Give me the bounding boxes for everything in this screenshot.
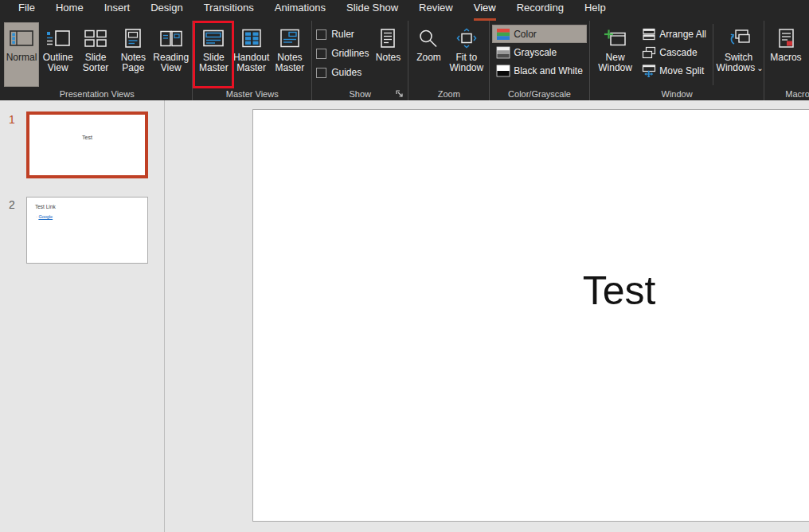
notes-page-button[interactable]: Notes Page [115,22,152,87]
move-split-button[interactable]: Move Split [638,61,710,80]
handout-master-button[interactable]: Handout Master [232,22,270,87]
outline-view-icon [45,26,71,50]
tab-review[interactable]: Review [408,0,463,21]
normal-view-icon [9,26,34,50]
group-label-window: Window [662,89,693,99]
new-window-button[interactable]: New Window [592,22,638,87]
macros-icon [773,26,799,50]
slide-1-thumbnail[interactable]: Test [26,111,148,178]
slide-2-thumbnail-title: Test Link [35,204,56,209]
zoom-button[interactable]: Zoom [411,22,446,87]
notes-button[interactable]: Notes [370,22,405,87]
gridlines-checkbox[interactable]: Gridlines [315,44,370,63]
grayscale-button[interactable]: Grayscale [492,43,587,61]
chevron-down-icon: ⌄ [756,64,763,72]
slide-title-text[interactable]: Test [253,268,809,314]
reading-view-button[interactable]: Reading View [152,22,190,87]
slide-2-hyperlink: Google [38,214,53,219]
group-label-presentation-views: Presentation Views [60,89,135,99]
grayscale-icon [496,46,510,59]
slide-thumbnail-panel: 1 Test 2 Test Link · Google [0,100,165,532]
tab-view[interactable]: View [463,0,506,21]
new-window-icon [603,26,628,50]
slide-2-thumbnail[interactable]: Test Link · Google [26,197,148,264]
color-button[interactable]: Color [492,25,587,43]
group-macros: Macros Macros [764,21,809,100]
tab-animations[interactable]: Animations [264,0,336,21]
thumbnail-row-1: 1 Test [0,111,164,178]
color-icon [496,28,510,41]
slide-editor-canvas: Test [165,100,809,532]
group-master-views: Slide Master Handout Master Notes Master [193,21,312,100]
slide-1-thumbnail-title: Test [29,135,145,140]
handout-master-icon [239,26,264,50]
switch-windows-button[interactable]: Switch Windows⌄ [716,22,761,87]
move-split-icon [642,65,656,77]
group-color-grayscale: Color Grayscale Black and White [490,21,590,100]
group-zoom: Zoom Fit to Window Zoom [408,21,490,100]
notes-master-icon [277,26,303,50]
cascade-button[interactable]: Cascade [638,43,710,61]
tab-help[interactable]: Help [574,0,616,21]
slide-master-button[interactable]: Slide Master [195,22,232,76]
switch-windows-icon [726,26,752,50]
workspace: 1 Test 2 Test Link · Google Test [0,100,809,532]
ruler-checkbox-box [316,29,326,40]
arrange-all-button[interactable]: Arrange All [638,25,710,43]
tab-insert[interactable]: Insert [94,0,141,21]
tab-home[interactable]: Home [45,0,94,21]
ribbon-body: Normal Outline View Slide Sorter [0,21,809,100]
fit-to-window-icon [454,26,479,50]
reading-view-icon [158,26,184,50]
guides-checkbox[interactable]: Guides [315,63,370,82]
show-dialog-launcher-icon[interactable] [394,88,404,99]
notes-master-button[interactable]: Notes Master [271,22,309,87]
slide-sorter-button[interactable]: Slide Sorter [76,22,114,87]
slide-sorter-icon [83,26,108,50]
slide-2-thumbnail-link-line: · Google [36,214,53,219]
gridlines-checkbox-box [316,49,326,59]
group-show: Ruler Gridlines Guides Notes [312,21,408,100]
thumbnail-row-2: 2 Test Link · Google [0,197,164,264]
black-and-white-button[interactable]: Black and White [492,61,587,80]
tab-file[interactable]: File [8,0,45,21]
tab-recording[interactable]: Recording [506,0,574,21]
cascade-icon [642,46,656,59]
group-label-show: Show [350,89,372,99]
slide-master-icon [201,26,226,50]
ribbon-tabs: File Home Insert Design Transitions Anim… [0,0,809,21]
outline-view-button[interactable]: Outline View [39,22,76,87]
group-label-macros: Macros [785,89,809,99]
arrange-all-icon [642,28,656,41]
guides-checkbox-box [316,68,326,78]
group-presentation-views: Normal Outline View Slide Sorter [2,21,193,100]
ruler-checkbox[interactable]: Ruler [315,25,370,44]
window-group-divider [713,24,713,85]
group-label-color-grayscale: Color/Grayscale [508,89,571,99]
black-and-white-icon [496,65,510,77]
slide-2-number: 2 [0,197,26,264]
group-window: New Window Arrange All Cascade [590,21,764,100]
group-label-zoom: Zoom [438,89,460,99]
tab-design[interactable]: Design [140,0,193,21]
tab-transitions[interactable]: Transitions [193,0,264,21]
group-label-master-views: Master Views [226,89,279,99]
zoom-magnifier-icon [416,26,441,50]
notes-icon [375,26,401,50]
slide-1-number: 1 [0,111,26,178]
normal-view-button[interactable]: Normal [4,22,39,87]
fit-to-window-button[interactable]: Fit to Window [446,22,487,87]
macros-button[interactable]: Macros [767,22,804,87]
slide-canvas[interactable]: Test [252,109,809,522]
notes-page-icon [120,26,146,50]
ribbon: File Home Insert Design Transitions Anim… [0,0,809,100]
tab-slide-show[interactable]: Slide Show [336,0,408,21]
